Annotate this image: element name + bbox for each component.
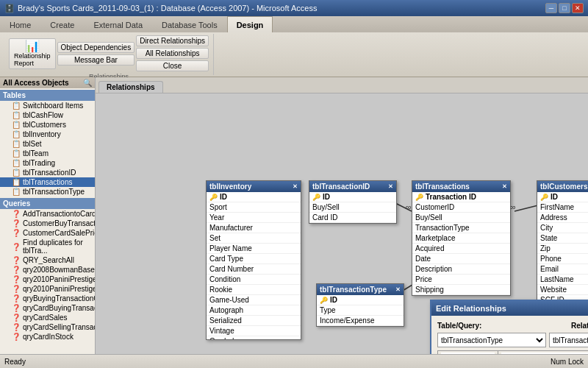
field-email[interactable]: Email bbox=[537, 264, 588, 275]
field-year[interactable]: Year bbox=[207, 213, 301, 223]
item-set[interactable]: 📋tblSet bbox=[0, 139, 95, 149]
item-addtransaction[interactable]: ❓AddTransactiontoCard bbox=[0, 209, 95, 219]
field-lastname[interactable]: LastName bbox=[537, 275, 588, 285]
table-close-transactions[interactable]: ✕ bbox=[502, 183, 507, 190]
message-bar-button[interactable]: Message Bar bbox=[57, 54, 135, 66]
item-customers[interactable]: 📋tblCustomers bbox=[0, 120, 95, 130]
item-switchboard[interactable]: 📋Switchboard Items bbox=[0, 101, 95, 110]
field-incomeexpense[interactable]: Income/Expense bbox=[317, 316, 404, 326]
field-graded[interactable]: Graded bbox=[207, 336, 301, 339]
relationship-report-button[interactable]: 📊 RelationshipReport bbox=[9, 38, 56, 69]
field-firstname[interactable]: FirstName bbox=[537, 202, 588, 213]
item-qry2008[interactable]: ❓qry2008BowmanBaseSet bbox=[0, 265, 95, 275]
table-close-transactiontype[interactable]: ✕ bbox=[395, 286, 401, 293]
item-transactionid[interactable]: 📋tblTransactionID bbox=[0, 168, 95, 177]
field-buysell-trans[interactable]: Buy/Sell bbox=[412, 213, 510, 223]
table-tblinventory[interactable]: tblInventory ✕ 🔑ID Sport Year Manufactur… bbox=[206, 180, 301, 340]
field-cardid[interactable]: Card ID bbox=[309, 213, 396, 223]
field-website[interactable]: Website bbox=[537, 285, 588, 295]
relationships-tab[interactable]: Relationships bbox=[98, 81, 163, 93]
item-team[interactable]: 📋tblTeam bbox=[0, 149, 95, 158]
item-transactiontype[interactable]: 📋tblTransactionType bbox=[0, 187, 95, 197]
item-qry2010panini[interactable]: ❓qry2010PaniniPrestige bbox=[0, 275, 95, 284]
field-condition[interactable]: Condition bbox=[207, 275, 301, 285]
tab-home[interactable]: Home bbox=[0, 16, 40, 32]
table-close-inventory[interactable]: ✕ bbox=[293, 183, 298, 190]
item-cashflow[interactable]: 📋tblCashFlow bbox=[0, 110, 95, 120]
field-transactionid-trans[interactable]: 🔑Transaction ID bbox=[412, 192, 510, 202]
field-cardtype[interactable]: Card Type bbox=[207, 254, 301, 264]
item-qrycard[interactable]: ❓qryCardBuyingTransaction... bbox=[0, 303, 95, 313]
direct-relationships-button[interactable]: Direct Relationships bbox=[136, 35, 209, 46]
field2-select[interactable]: TransactionType bbox=[501, 353, 588, 354]
related-table-select[interactable]: tblTransactions bbox=[549, 333, 588, 347]
table-body-transactions: 🔑Transaction ID CustomerID Buy/Sell Tran… bbox=[412, 192, 510, 295]
field-id-transactionid[interactable]: 🔑ID bbox=[309, 192, 396, 202]
field-type[interactable]: Type bbox=[317, 305, 404, 316]
field-gameused[interactable]: Game-Used bbox=[207, 295, 301, 305]
field-marketplace[interactable]: Marketplace bbox=[412, 233, 510, 244]
field-autograph[interactable]: Autograph bbox=[207, 305, 301, 316]
field-rookie[interactable]: Rookie bbox=[207, 285, 301, 295]
close-button-ribbon[interactable]: Close bbox=[136, 60, 209, 71]
field-vintage[interactable]: Vintage bbox=[207, 326, 301, 336]
field-zip[interactable]: Zip bbox=[537, 244, 588, 254]
table-tbltransactionid[interactable]: tblTransactionID ✕ 🔑ID Buy/Sell Card ID bbox=[309, 180, 397, 224]
table-header-transactiontype[interactable]: tblTransactionType ✕ bbox=[317, 284, 404, 295]
field-id-customers[interactable]: 🔑ID bbox=[537, 192, 588, 202]
main-area: All Access Objects 🔍 Tables 📋Switchboard… bbox=[0, 77, 588, 354]
object-dependencies-button[interactable]: Object Dependencies bbox=[57, 42, 135, 53]
field-id-inventory[interactable]: 🔑ID bbox=[207, 192, 301, 202]
close-button[interactable]: ✕ bbox=[572, 3, 584, 13]
tab-external-data[interactable]: External Data bbox=[84, 16, 152, 32]
field-price[interactable]: Price bbox=[412, 275, 510, 285]
field-description[interactable]: Description bbox=[412, 264, 510, 275]
item-qrycardsales[interactable]: ❓qryCardSales bbox=[0, 313, 95, 322]
field-city[interactable]: City bbox=[537, 223, 588, 233]
field-customerid[interactable]: CustomerID bbox=[412, 202, 510, 213]
table-tbltransactiontype[interactable]: tblTransactionType ✕ 🔑ID Type Income/Exp… bbox=[316, 283, 404, 327]
minimize-button[interactable]: ─ bbox=[545, 3, 557, 13]
field-set[interactable]: Set bbox=[207, 233, 301, 244]
field-state[interactable]: State bbox=[537, 233, 588, 244]
field-serialized[interactable]: Serialized bbox=[207, 316, 301, 326]
field-buysell-transactionid[interactable]: Buy/Sell bbox=[309, 202, 396, 213]
item-qrycardstock[interactable]: ❓qryCardInStock bbox=[0, 332, 95, 342]
item-qrybuying[interactable]: ❓qryBuyingTransactionCar... bbox=[0, 294, 95, 303]
field-phone[interactable]: Phone bbox=[537, 254, 588, 264]
field-date[interactable]: Date bbox=[412, 254, 510, 264]
item-trading[interactable]: 📋tblTrading bbox=[0, 158, 95, 168]
table-header-transactionid[interactable]: tblTransactionID ✕ bbox=[309, 181, 396, 192]
table-select[interactable]: tblTransactionType bbox=[437, 333, 546, 347]
tab-design[interactable]: Design bbox=[227, 16, 273, 32]
item-finddup[interactable]: ❓Find duplicates for tblTra... bbox=[0, 238, 95, 255]
table-tblcustomers[interactable]: tblCustomers ✕ 🔑ID FirstName Address Cit… bbox=[537, 180, 588, 303]
item-inventory[interactable]: 📋tblInventory bbox=[0, 130, 95, 139]
left-panel-search-icon[interactable]: 🔍 bbox=[83, 79, 92, 87]
all-relationships-button[interactable]: All Relationships bbox=[136, 48, 209, 59]
item-qrycardselling[interactable]: ❓qryCardSellingTransaction... bbox=[0, 322, 95, 332]
field-shipping[interactable]: Shipping bbox=[412, 285, 510, 295]
table-close-transactionid[interactable]: ✕ bbox=[388, 183, 393, 190]
item-qry2010panini2[interactable]: ❓qry2010PaniniPrestigeBas... bbox=[0, 284, 95, 294]
field-cardnumber[interactable]: Card Number bbox=[207, 264, 301, 275]
item-qrysearch[interactable]: ❓QRY_SearchAll bbox=[0, 255, 95, 265]
maximize-button[interactable]: □ bbox=[559, 3, 570, 13]
field-acquired[interactable]: Acquired bbox=[412, 244, 510, 254]
field-playername[interactable]: Player Name bbox=[207, 244, 301, 254]
field-address[interactable]: Address bbox=[537, 213, 588, 223]
item-customerbuy[interactable]: ❓CustomerBuyTransactions bbox=[0, 219, 95, 228]
field-manufacturer[interactable]: Manufacturer bbox=[207, 223, 301, 233]
table-header-transactions[interactable]: tblTransactions ✕ bbox=[412, 181, 510, 192]
field-sport[interactable]: Sport bbox=[207, 202, 301, 213]
item-transactions[interactable]: 📋tblTransactions bbox=[0, 177, 95, 187]
table-header-customers[interactable]: tblCustomers ✕ bbox=[537, 181, 588, 192]
tab-create[interactable]: Create bbox=[40, 16, 84, 32]
table-header-inventory[interactable]: tblInventory ✕ bbox=[207, 181, 301, 192]
field-transactiontype-trans[interactable]: TransactionType bbox=[412, 223, 510, 233]
item-customercard[interactable]: ❓CustomerCardSalePrice bbox=[0, 228, 95, 238]
field1-select[interactable]: ID bbox=[441, 353, 495, 354]
tab-database-tools[interactable]: Database Tools bbox=[152, 16, 227, 32]
field-id-transactiontype[interactable]: 🔑ID bbox=[317, 295, 404, 305]
table-tbltransactions[interactable]: tblTransactions ✕ 🔑Transaction ID Custom… bbox=[412, 180, 511, 296]
